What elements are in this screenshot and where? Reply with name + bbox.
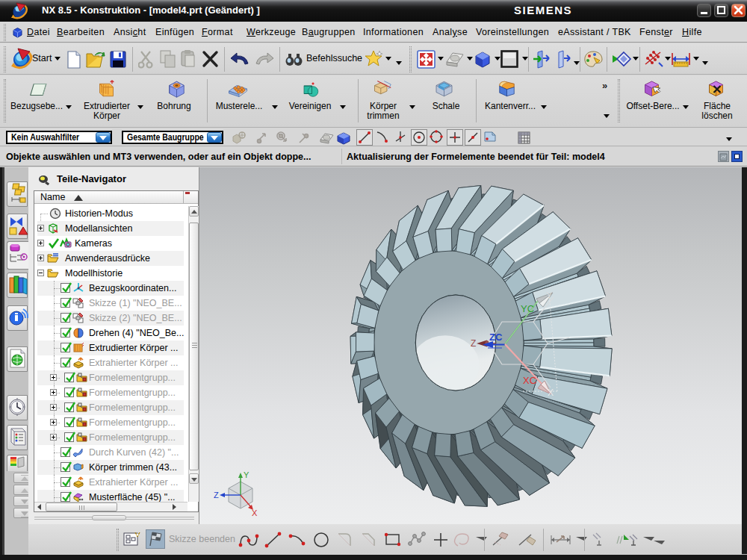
svg-text:Z: Z [471, 338, 476, 349]
svg-text:Z: Z [214, 491, 219, 500]
svg-text:X: X [252, 508, 258, 517]
svg-text:YC: YC [521, 303, 534, 314]
svg-text:XC: XC [523, 375, 536, 386]
svg-text:Y: Y [244, 470, 249, 479]
svg-text:ZC: ZC [489, 332, 503, 343]
svg-text:Y: Y [546, 290, 552, 301]
svg-text:X: X [548, 388, 554, 398]
